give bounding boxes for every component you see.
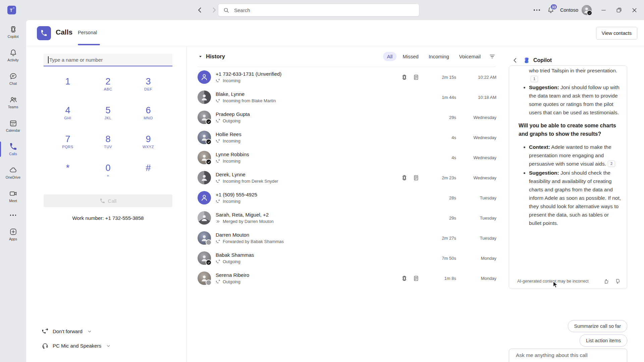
presence-available-badge (206, 119, 212, 125)
dialpad-key-1[interactable]: 1 (48, 69, 88, 98)
incoming-call-icon (216, 78, 220, 83)
avatar-group (198, 211, 211, 225)
person-icon (200, 173, 209, 182)
dial-input-field[interactable] (44, 54, 172, 66)
call-direction-label: Merged by Darren Mouton (223, 219, 274, 224)
org-switcher[interactable]: Contoso (560, 7, 578, 13)
apps-plus-icon (9, 228, 17, 236)
calls-app-icon (37, 26, 51, 40)
headset-icon (42, 342, 49, 349)
caller-name: Babak Shammas (216, 252, 392, 258)
person-icon (200, 214, 209, 222)
restore-button[interactable] (611, 0, 627, 20)
outgoing-call-icon (216, 119, 220, 123)
dialpad-key-hash[interactable]: # (128, 156, 168, 185)
filter-icon[interactable] (489, 53, 496, 60)
call-history-row[interactable]: Hollie Rees Incoming 4s Wednesday (187, 127, 503, 147)
dialpad-key-4[interactable]: 4GHI (48, 98, 88, 127)
title-bar: T 33 Contoso (0, 0, 644, 20)
call-history-row[interactable]: Lynne Robbins Incoming 4s Wednesday (187, 147, 503, 168)
sidebar-item-calls[interactable]: Calls (0, 137, 26, 161)
call-time: Wednesday (456, 175, 496, 180)
citation-badge[interactable]: 2 (608, 161, 615, 167)
dialpad-key-5[interactable]: 5JKL (88, 98, 128, 127)
copilot-icon (401, 275, 408, 282)
close-button[interactable] (627, 0, 642, 20)
forward-setting-label: Don't forward (53, 328, 83, 334)
avatar-photo (198, 151, 211, 164)
search-input[interactable] (233, 7, 414, 13)
call-direction-label: Outgoing (223, 118, 240, 124)
dialpad-key-6[interactable]: 6MNO (128, 98, 168, 127)
audio-device-setting[interactable]: PC Mic and Speakers (42, 342, 111, 349)
filter-voicemail[interactable]: Voicemail (455, 52, 485, 61)
call-forwarding-setting[interactable]: Don't forward (42, 328, 92, 335)
ai-disclaimer: AI-generated content may be incorrect (517, 279, 598, 284)
call-duration: 2m 27s (419, 236, 456, 241)
key-letters: DEF (144, 87, 152, 92)
filter-incoming[interactable]: Incoming (425, 52, 453, 61)
minimize-button[interactable] (596, 0, 611, 20)
tab-personal[interactable]: Personal (78, 30, 97, 35)
call-history-row[interactable]: +1 732-633-1731 (Unverified) Incoming 2m… (187, 67, 503, 87)
call-direction: Outgoing (216, 259, 392, 264)
more-options-icon[interactable] (530, 9, 544, 11)
call-history-row[interactable]: Babak Shammas Outgoing 7m 50s Monday (187, 248, 503, 268)
call-forward-icon (42, 328, 49, 335)
calendar-icon (9, 119, 17, 127)
sidebar-item-apps[interactable]: Apps (0, 223, 26, 246)
call-history-row[interactable]: Blake, Lynne Incoming from Blake Martin … (187, 87, 503, 107)
sidebar-item-copilot[interactable]: Copilot (0, 20, 26, 44)
dialpad-key-7[interactable]: 7PQRS (48, 127, 88, 156)
dialpad-key-0[interactable]: 0+ (88, 156, 128, 185)
user-avatar[interactable] (582, 5, 592, 15)
call-direction-label: Outgoing (223, 279, 240, 285)
copilot-logo-icon (523, 56, 531, 64)
call-direction-label: Incoming (223, 78, 240, 83)
collapse-caret-icon[interactable] (198, 54, 203, 59)
sidebar-item-onedrive[interactable]: OneDrive (0, 161, 26, 184)
call-history-row[interactable]: Darren Mouton Forwarded by Babak Shammas… (187, 228, 503, 248)
dialpad-key-star[interactable]: * (48, 156, 88, 185)
call-direction: Incoming from Blake Martin (216, 98, 392, 104)
copilot-icon (9, 25, 17, 34)
forward-button[interactable] (210, 6, 218, 14)
call-duration: 1m 8s (419, 276, 456, 281)
back-chevron-icon[interactable] (512, 57, 519, 64)
teams-window: T 33 Contoso Copilot Activi (0, 0, 644, 362)
call-button[interactable]: Call (44, 194, 172, 207)
call-history-row[interactable]: +1 (509) 555-4925 Incoming 28s Tuesday (187, 188, 503, 208)
sidebar-item-label: Teams (8, 105, 18, 109)
notifications-bell[interactable]: 33 (544, 3, 557, 17)
sidebar-item-meet[interactable]: Meet (0, 184, 26, 208)
sidebar-item-teams[interactable]: Teams (0, 90, 26, 114)
suggestion-pill-actions[interactable]: List action items (580, 335, 627, 347)
call-direction: Incoming (216, 198, 392, 204)
dialpad-key-3[interactable]: 3DEF (128, 69, 168, 98)
filter-all[interactable]: All (383, 52, 397, 61)
call-history-row[interactable]: Derek, Lynne Incoming from Derek Snyder … (187, 168, 503, 188)
sidebar-item-more[interactable] (0, 208, 26, 223)
call-history-row[interactable]: Sarah, Reta, Miguel, +2 Merged by Darren… (187, 208, 503, 228)
suggestion-pill-summarize[interactable]: Summarize call so far (568, 320, 627, 332)
call-direction-label: Forwarded by Babak Shammas (223, 239, 284, 244)
dialpad-key-9[interactable]: 9WXYZ (128, 127, 168, 156)
view-contacts-button[interactable]: View contacts (596, 27, 637, 40)
thumbs-down-icon[interactable] (614, 278, 621, 285)
call-ai-indicators (392, 74, 419, 80)
sidebar-item-chat[interactable]: Chat (0, 67, 26, 90)
dial-input[interactable] (44, 54, 172, 66)
copilot-ask-input[interactable] (509, 349, 627, 362)
call-history-row[interactable]: Serena Ribeiro Outgoing 1m 8s Monday (187, 268, 503, 288)
call-history-row[interactable]: Pradeep Gupta Outgoing 29s Wednesday (187, 107, 503, 127)
sidebar-item-activity[interactable]: Activity (0, 44, 26, 67)
dialpad-key-8[interactable]: 8TUV (88, 127, 128, 156)
thumbs-up-icon[interactable] (603, 278, 609, 285)
citation-badge[interactable]: 1 (531, 76, 538, 82)
call-duration: 2m 23s (419, 175, 456, 180)
search-bar[interactable] (218, 4, 419, 16)
filter-missed[interactable]: Missed (398, 52, 423, 61)
back-button[interactable] (196, 6, 204, 14)
sidebar-item-calendar[interactable]: Calendar (0, 114, 26, 137)
dialpad-key-2[interactable]: 2ABC (88, 69, 128, 98)
